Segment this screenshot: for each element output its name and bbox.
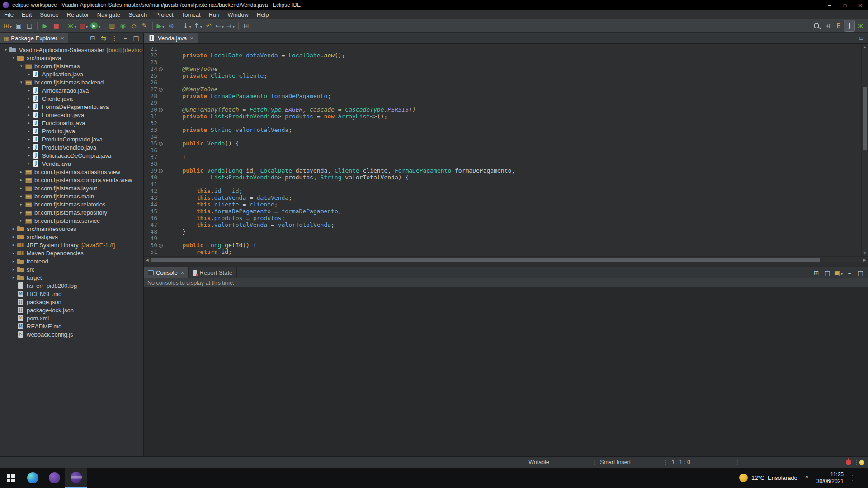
quick-access-search-icon[interactable] [811, 20, 822, 31]
fold-marker-icon[interactable] [157, 167, 164, 174]
expand-arrow-icon[interactable] [26, 72, 32, 76]
menu-search[interactable]: Search [124, 10, 151, 19]
new-console-icon[interactable]: ⊞ [811, 267, 821, 278]
menu-navigate[interactable]: Navigate [93, 10, 124, 19]
collapse-all-icon[interactable]: ⊟ [88, 33, 98, 43]
expand-arrow-icon[interactable] [10, 259, 17, 263]
menu-file[interactable]: File [0, 10, 18, 19]
open-type-icon[interactable]: ◇ [129, 20, 139, 31]
expand-arrow-icon[interactable] [10, 243, 17, 247]
minimize-editor-icon[interactable]: – [848, 33, 857, 42]
menu-project[interactable]: Project [151, 10, 177, 19]
horizontal-scrollbar-thumb[interactable] [151, 258, 820, 262]
expand-arrow-icon[interactable] [26, 153, 32, 158]
tree-item[interactable]: package-lock.json [0, 306, 143, 314]
expand-arrow-icon[interactable] [26, 137, 32, 141]
tree-item[interactable]: pom.xml [0, 314, 143, 322]
dropdown-caret-icon[interactable] [840, 269, 843, 277]
tree-item[interactable]: Almoxarifado.java [0, 86, 143, 94]
new-java-project-icon[interactable]: ▦ [107, 20, 117, 31]
dropdown-caret-icon[interactable] [199, 22, 202, 30]
javaee-perspective-icon[interactable]: E [834, 20, 844, 31]
notification-bell-icon[interactable] [846, 460, 851, 465]
scroll-up-icon[interactable] [862, 44, 868, 50]
tree-item[interactable]: Venda.java [0, 160, 143, 168]
forward-icon[interactable]: → [226, 20, 236, 31]
close-view-icon[interactable] [61, 35, 64, 42]
expand-arrow-icon[interactable] [18, 194, 24, 198]
package-explorer-tab[interactable]: Package Explorer [0, 33, 68, 43]
tomcat-start-icon[interactable]: ▶ [40, 20, 50, 31]
tree-item[interactable]: br.com.fjsistemas [0, 62, 143, 70]
java-perspective-icon[interactable]: J [844, 20, 854, 31]
back-icon[interactable]: ← [215, 20, 225, 31]
taskbar-clock[interactable]: 11:25 30/06/2021 [812, 468, 848, 488]
dropdown-caret-icon[interactable] [221, 22, 224, 30]
tray-chevron-button[interactable]: ^ [802, 468, 812, 488]
action-center-button[interactable] [848, 468, 863, 488]
tree-item[interactable]: Maven Dependencies [0, 249, 143, 257]
tomcat-stop-icon[interactable]: ■ [51, 20, 61, 31]
collapse-arrow-icon[interactable] [18, 80, 24, 84]
expand-arrow-icon[interactable] [26, 96, 32, 101]
tree-item[interactable]: src/main/resources [0, 225, 143, 233]
close-editor-tab-icon[interactable] [190, 35, 193, 42]
expand-arrow-icon[interactable] [18, 202, 24, 206]
expand-arrow-icon[interactable] [26, 145, 32, 150]
menu-help[interactable]: Help [253, 10, 273, 19]
previous-annotation-icon[interactable]: ↑ [193, 20, 203, 31]
tree-item[interactable]: src/main/java [0, 54, 143, 62]
expand-arrow-icon[interactable] [18, 186, 24, 190]
expand-arrow-icon[interactable] [10, 251, 17, 255]
scroll-right-icon[interactable] [861, 257, 868, 263]
maximize-view-icon[interactable]: □ [131, 33, 141, 43]
tree-item[interactable]: SolicitacaoDeCompra.java [0, 151, 143, 160]
collapse-arrow-icon[interactable] [18, 64, 24, 68]
expand-arrow-icon[interactable] [26, 88, 32, 93]
tree-item[interactable]: hs_err_pid8200.log [0, 282, 143, 290]
tree-item[interactable]: Produto.java [0, 127, 143, 135]
debug-icon[interactable]: ж [67, 20, 77, 31]
dropdown-caret-icon[interactable] [161, 22, 164, 30]
tree-item[interactable]: JRE System Library[JavaSE-1.8] [0, 241, 143, 249]
insert-mode-indicator[interactable]: Smart Insert [595, 459, 663, 465]
close-window-button[interactable] [853, 0, 868, 10]
run-icon[interactable]: ▶ [90, 20, 101, 31]
collapse-arrow-icon[interactable] [3, 47, 9, 52]
tree-item[interactable]: Fornecedor.java [0, 111, 143, 119]
menu-tomcat[interactable]: Tomcat [178, 10, 205, 19]
tree-item[interactable]: LICENSE.md [0, 290, 143, 298]
fold-marker-icon[interactable] [157, 106, 164, 113]
last-edit-location-icon[interactable]: ↶ [204, 20, 214, 31]
open-perspective-icon[interactable]: ⊞ [823, 20, 833, 31]
tree-item[interactable]: Funcionario.java [0, 119, 143, 127]
open-console-icon[interactable]: ▣ [833, 267, 844, 278]
expand-arrow-icon[interactable] [18, 218, 24, 223]
expand-arrow-icon[interactable] [10, 235, 17, 239]
close-console-tab-icon[interactable] [181, 269, 184, 276]
tree-item[interactable]: br.com.fjsistemas.layout [0, 184, 143, 192]
tree-item[interactable]: Cliente.java [0, 94, 143, 103]
code-editor[interactable]: private LocalDate dataVenda = LocalDate.… [165, 44, 861, 256]
tree-item[interactable]: package.json [0, 298, 143, 306]
menu-refactor[interactable]: Refactor [63, 10, 93, 19]
collapse-arrow-icon[interactable] [10, 56, 17, 60]
vertical-scrollbar-thumb[interactable] [863, 87, 867, 150]
editor-tab-venda[interactable]: Venda.java [144, 33, 198, 43]
tree-item[interactable]: target [0, 273, 143, 282]
vertical-scrollbar[interactable] [861, 44, 868, 256]
expand-arrow-icon[interactable] [18, 169, 24, 174]
tree-item[interactable]: br.com.fjsistemas.cadastros.view [0, 168, 143, 176]
tree-item[interactable]: Vaadin-Application-Sales-master[boot] [d… [0, 46, 143, 54]
dropdown-caret-icon[interactable] [189, 22, 191, 30]
tree-item[interactable]: br.com.fjsistemas.backend [0, 78, 143, 86]
expand-arrow-icon[interactable] [18, 178, 24, 182]
next-annotation-icon[interactable]: ↓ [182, 20, 192, 31]
dropdown-caret-icon[interactable] [9, 22, 12, 30]
tree-item[interactable]: frontend [0, 257, 143, 265]
display-console-icon[interactable]: ▤ [822, 267, 832, 278]
new-wizard-icon[interactable]: ⊞ [3, 20, 13, 31]
search-tool-icon[interactable]: ✎ [140, 20, 150, 31]
expand-arrow-icon[interactable] [26, 113, 32, 117]
tree-item[interactable]: br.com.fjsistemas.compra.venda.view [0, 176, 143, 184]
